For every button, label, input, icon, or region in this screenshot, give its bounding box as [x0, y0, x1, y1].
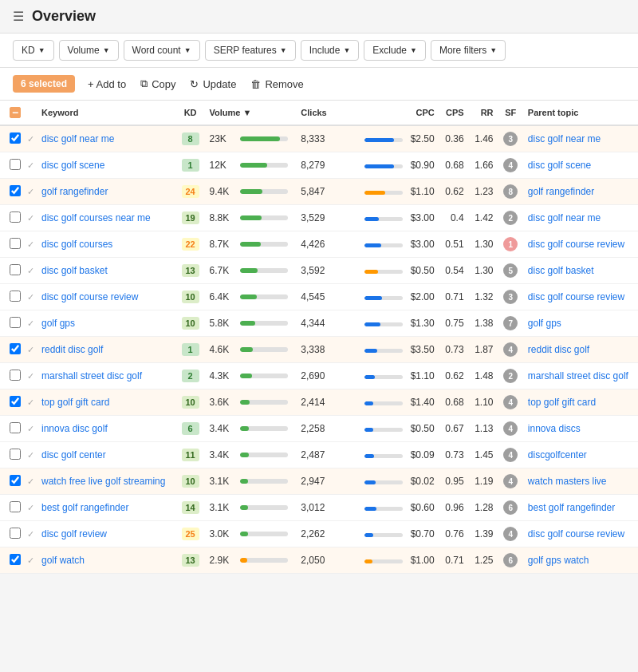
parent-topic-link[interactable]: discgolfcenter — [528, 449, 587, 461]
col-cps[interactable]: CPS — [439, 101, 469, 125]
row-checkbox[interactable] — [10, 317, 21, 328]
keyword-cell[interactable]: golf rangefinder — [37, 179, 176, 205]
parent-topic-cell[interactable]: disc golf near me — [523, 205, 638, 231]
row-checkbox-cell[interactable] — [0, 152, 24, 179]
parent-topic-link[interactable]: disc golf course review — [528, 239, 624, 250]
parent-topic-link[interactable]: disc golf near me — [528, 212, 601, 223]
update-button[interactable]: ↻ Update — [188, 75, 238, 93]
parent-topic-cell[interactable]: disc golf course review — [523, 231, 638, 258]
row-checkbox-cell[interactable] — [0, 258, 24, 284]
minus-icon[interactable]: − — [10, 107, 21, 118]
parent-topic-cell[interactable]: disc golf scene — [523, 152, 638, 179]
row-checkbox[interactable] — [10, 264, 21, 275]
parent-topic-cell[interactable]: innova discs — [523, 416, 638, 442]
parent-topic-cell[interactable]: reddit disc golf — [523, 337, 638, 363]
parent-topic-cell[interactable]: golf gps — [523, 310, 638, 337]
col-parent-topic[interactable]: Parent topic — [523, 101, 638, 125]
parent-topic-cell[interactable]: top golf gift card — [523, 389, 638, 416]
parent-topic-link[interactable]: watch masters live — [528, 476, 607, 487]
parent-topic-link[interactable]: golf rangefinder — [528, 186, 594, 197]
parent-topic-link[interactable]: disc golf course review — [528, 528, 624, 540]
col-rr[interactable]: RR — [469, 101, 498, 125]
parent-topic-cell[interactable]: marshall street disc golf — [523, 363, 638, 389]
filter-include[interactable]: Include ▼ — [301, 40, 360, 61]
filter-word-count[interactable]: Word count ▼ — [124, 40, 200, 61]
parent-topic-cell[interactable]: golf gps watch — [523, 547, 638, 574]
row-checkbox[interactable] — [10, 238, 21, 249]
row-checkbox-cell[interactable] — [0, 468, 24, 495]
filter-exclude[interactable]: Exclude ▼ — [364, 40, 426, 61]
col-cpc[interactable]: CPC — [404, 101, 439, 125]
parent-topic-link[interactable]: best golf rangefinder — [528, 502, 615, 513]
row-checkbox-cell[interactable] — [0, 310, 24, 337]
keyword-cell[interactable]: golf gps — [37, 310, 176, 337]
filter-kd[interactable]: KD ▼ — [13, 40, 54, 61]
row-checkbox-cell[interactable] — [0, 337, 24, 363]
keyword-cell[interactable]: disc golf course review — [37, 284, 176, 310]
parent-topic-link[interactable]: disc golf basket — [528, 265, 594, 276]
keyword-cell[interactable]: disc golf center — [37, 442, 176, 468]
menu-icon[interactable]: ☰ — [13, 9, 24, 24]
row-checkbox-cell[interactable] — [0, 547, 24, 574]
row-checkbox[interactable] — [10, 501, 21, 512]
row-checkbox[interactable] — [10, 528, 21, 539]
parent-topic-link[interactable]: disc golf scene — [528, 160, 591, 171]
parent-topic-cell[interactable]: disc golf basket — [523, 258, 638, 284]
keyword-cell[interactable]: reddit disc golf — [37, 337, 176, 363]
row-checkbox[interactable] — [10, 343, 21, 354]
row-checkbox-cell[interactable] — [0, 205, 24, 231]
filter-volume[interactable]: Volume ▼ — [59, 40, 119, 61]
parent-topic-link[interactable]: marshall street disc golf — [528, 370, 628, 381]
row-checkbox-cell[interactable] — [0, 284, 24, 310]
row-checkbox[interactable] — [10, 554, 21, 565]
keyword-cell[interactable]: best golf rangefinder — [37, 495, 176, 521]
parent-topic-cell[interactable]: golf rangefinder — [523, 179, 638, 205]
row-checkbox-cell[interactable] — [0, 495, 24, 521]
parent-topic-link[interactable]: disc golf course review — [528, 291, 624, 302]
keyword-cell[interactable]: disc golf basket — [37, 258, 176, 284]
row-checkbox-cell[interactable] — [0, 416, 24, 442]
col-kd[interactable]: KD — [176, 101, 205, 125]
keyword-cell[interactable]: innova disc golf — [37, 416, 176, 442]
col-clicks[interactable]: Clicks — [296, 101, 363, 125]
keyword-cell[interactable]: disc golf courses — [37, 231, 176, 258]
row-checkbox[interactable] — [10, 370, 21, 381]
parent-topic-cell[interactable]: disc golf course review — [523, 284, 638, 310]
keyword-cell[interactable]: disc golf review — [37, 521, 176, 547]
parent-topic-cell[interactable]: watch masters live — [523, 468, 638, 495]
parent-topic-link[interactable]: innova discs — [528, 423, 581, 434]
row-checkbox-cell[interactable] — [0, 389, 24, 416]
col-keyword[interactable]: Keyword — [37, 101, 176, 125]
row-checkbox-cell[interactable] — [0, 442, 24, 468]
keyword-cell[interactable]: disc golf scene — [37, 152, 176, 179]
filter-more[interactable]: More filters ▼ — [431, 40, 506, 61]
keyword-cell[interactable]: top golf gift card — [37, 389, 176, 416]
copy-button[interactable]: ⧉ Copy — [139, 74, 177, 93]
keyword-cell[interactable]: golf watch — [37, 547, 176, 574]
col-volume[interactable]: Volume ▼ — [205, 101, 297, 125]
remove-button[interactable]: 🗑 Remove — [249, 75, 305, 93]
row-checkbox[interactable] — [10, 396, 21, 407]
add-to-button[interactable]: + Add to — [86, 75, 128, 93]
row-checkbox[interactable] — [10, 449, 21, 460]
row-checkbox-cell[interactable] — [0, 521, 24, 547]
row-checkbox[interactable] — [10, 159, 21, 170]
row-checkbox-cell[interactable] — [0, 363, 24, 389]
row-checkbox[interactable] — [10, 132, 21, 144]
row-checkbox[interactable] — [10, 475, 21, 486]
parent-topic-cell[interactable]: disc golf course review — [523, 521, 638, 547]
parent-topic-cell[interactable]: discgolfcenter — [523, 442, 638, 468]
parent-topic-link[interactable]: golf gps — [528, 318, 561, 329]
parent-topic-cell[interactable]: best golf rangefinder — [523, 495, 638, 521]
row-checkbox-cell[interactable] — [0, 179, 24, 205]
keyword-cell[interactable]: disc golf courses near me — [37, 205, 176, 231]
keyword-cell[interactable]: marshall street disc golf — [37, 363, 176, 389]
parent-topic-link[interactable]: golf gps watch — [528, 555, 589, 566]
parent-topic-link[interactable]: disc golf near me — [528, 133, 601, 144]
row-checkbox[interactable] — [10, 291, 21, 302]
parent-topic-cell[interactable]: disc golf near me — [523, 125, 638, 152]
keyword-cell[interactable]: disc golf near me — [37, 125, 176, 152]
parent-topic-link[interactable]: reddit disc golf — [528, 344, 589, 355]
parent-topic-link[interactable]: top golf gift card — [528, 397, 596, 408]
col-sf[interactable]: SF — [498, 101, 523, 125]
